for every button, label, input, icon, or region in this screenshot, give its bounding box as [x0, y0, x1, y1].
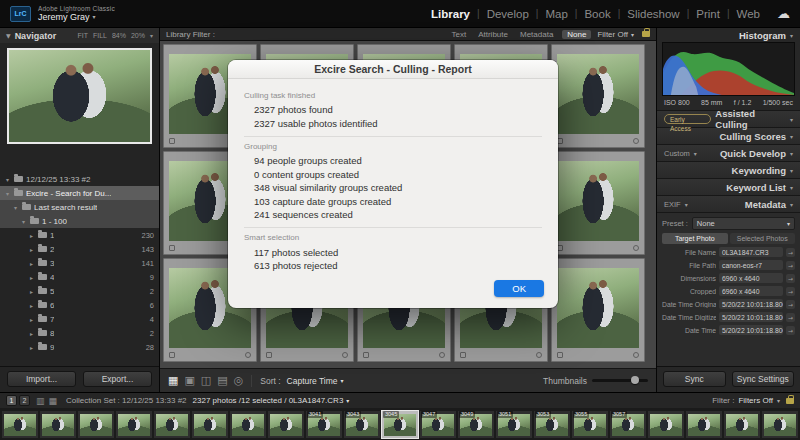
filmstrip-thumb[interactable]: 3049 [458, 411, 494, 438]
panel-header-keyword-list[interactable]: Keyword List▾ [657, 178, 800, 195]
tree-row[interactable]: ▸2143 [0, 242, 159, 256]
field-value[interactable]: 6960 x 4640 [719, 286, 783, 296]
filmstrip-thumb[interactable] [686, 411, 722, 438]
tree-row[interactable]: ▸74 [0, 312, 159, 326]
goto-arrow-icon[interactable]: → [786, 313, 795, 322]
sync-settings-button[interactable]: Sync Settings [732, 371, 795, 387]
tree-row[interactable]: ▸928 [0, 340, 159, 354]
breadcrumb[interactable]: Collection Set : 12/12/25 13:33 #2 [66, 396, 187, 405]
tree-caret-icon[interactable]: ▸ [28, 232, 35, 239]
zoom-fit[interactable]: FIT [77, 32, 88, 39]
sync-button[interactable]: Sync [663, 371, 726, 387]
field-value[interactable]: 6960 x 4640 [719, 273, 783, 283]
filmstrip-thumb[interactable] [268, 411, 304, 438]
tree-caret-icon[interactable]: ▸ [28, 288, 35, 295]
tree-caret-icon[interactable]: ▸ [28, 316, 35, 323]
filter-preset-dropdown[interactable]: Filter Off ▾ [597, 30, 634, 39]
zoom-percent[interactable]: 84% [112, 32, 126, 39]
field-value[interactable]: 5/20/22 10:01:18.800 [719, 325, 783, 335]
rotate-badge-icon[interactable] [439, 352, 445, 358]
goto-arrow-icon[interactable]: → [786, 326, 795, 335]
grid-photo-cell[interactable] [551, 151, 645, 255]
goto-arrow-icon[interactable]: → [786, 248, 795, 257]
field-value[interactable]: canon-eos-r7 [719, 260, 783, 270]
slider-knob[interactable] [631, 376, 639, 384]
target-photo-button[interactable]: Target Photo [662, 233, 728, 244]
panel-header-assisted-culling[interactable]: Early AccessAssisted Culling▾ [657, 110, 800, 127]
filmstrip-thumb[interactable]: 3055 [572, 411, 608, 438]
page-toggle-2[interactable]: 2 [19, 395, 30, 406]
flag-badge-icon[interactable] [169, 138, 175, 144]
cloud-sync-icon[interactable]: ☁ [777, 6, 790, 21]
tree-row[interactable]: ▾Excire - Search for Du... [0, 186, 159, 200]
primary-display-icon[interactable]: ▥ [36, 396, 45, 406]
goto-arrow-icon[interactable]: → [786, 287, 795, 296]
tree-caret-icon[interactable]: ▸ [28, 330, 35, 337]
preset-dropdown[interactable]: None ▾ [692, 217, 795, 230]
filmstrip-thumb[interactable]: 3045 [382, 411, 418, 438]
tree-row[interactable]: ▾12/12/25 13:33 #2 [0, 172, 159, 186]
tree-row[interactable]: ▾1 - 100 [0, 214, 159, 228]
goto-arrow-icon[interactable]: → [786, 274, 795, 283]
flag-badge-icon[interactable] [169, 352, 175, 358]
grid-photo-cell[interactable] [551, 258, 645, 362]
filmstrip-thumb[interactable]: 3043 [344, 411, 380, 438]
ok-button[interactable]: OK [494, 280, 544, 297]
filmstrip-thumb[interactable] [648, 411, 684, 438]
sort-dropdown[interactable]: Capture Time ▾ [287, 376, 344, 386]
tree-caret-icon[interactable]: ▾ [4, 176, 11, 183]
module-web[interactable]: Web [737, 8, 760, 20]
module-develop[interactable]: Develop [487, 8, 529, 20]
histogram-graph[interactable] [662, 42, 795, 96]
tree-row[interactable]: ▸1230 [0, 228, 159, 242]
loupe-view-icon[interactable]: ▣ [184, 375, 194, 386]
filmstrip-thumb[interactable]: 3057 [610, 411, 646, 438]
filmstrip-filter-lock-icon[interactable] [786, 398, 794, 404]
filmstrip-thumb[interactable] [40, 411, 76, 438]
rotate-badge-icon[interactable] [633, 245, 639, 251]
chevron-down-icon[interactable]: ▾ [150, 32, 153, 39]
goto-arrow-icon[interactable]: → [786, 261, 795, 270]
zoom-ratio[interactable]: 20% [131, 32, 145, 39]
rotate-badge-icon[interactable] [536, 352, 542, 358]
filter-option-attribute[interactable]: Attribute [475, 30, 511, 39]
module-print[interactable]: Print [696, 8, 720, 20]
export-button[interactable]: Export... [83, 371, 152, 387]
panel-left-label[interactable]: Custom [664, 149, 690, 158]
zoom-fill[interactable]: FILL [93, 32, 107, 39]
tree-caret-icon[interactable]: ▾ [20, 218, 27, 225]
module-book[interactable]: Book [584, 8, 610, 20]
tree-caret-icon[interactable]: ▾ [12, 204, 19, 211]
module-slideshow[interactable]: Slideshow [627, 8, 679, 20]
flag-badge-icon[interactable] [460, 352, 466, 358]
histogram-header[interactable]: Histogram ▾ [657, 28, 800, 42]
rotate-badge-icon[interactable] [245, 352, 251, 358]
filter-option-none[interactable]: None [562, 30, 591, 39]
import-button[interactable]: Import... [7, 371, 76, 387]
filmstrip-thumb[interactable] [2, 411, 38, 438]
panel-header-quick-develop[interactable]: Custom▾Quick Develop▾ [657, 144, 800, 161]
photo-info-dropdown[interactable]: 2327 photos /12 selected / 0L3A1847.CR3 … [193, 396, 350, 405]
thumbnail-size-slider[interactable] [592, 379, 648, 382]
tree-row[interactable]: ▸49 [0, 270, 159, 284]
panel-header-keywording[interactable]: Keywording▾ [657, 161, 800, 178]
filmstrip-thumb[interactable] [154, 411, 190, 438]
survey-view-icon[interactable]: ▤ [217, 375, 227, 386]
filmstrip-filter-value[interactable]: Filters Off [738, 396, 773, 405]
grid-photo-cell[interactable] [551, 44, 645, 148]
field-value[interactable]: 5/20/22 10:01:18.800 [719, 312, 783, 322]
tree-row[interactable]: ▸66 [0, 298, 159, 312]
account-menu[interactable]: Jeremy Gray ▾ [38, 12, 115, 22]
flag-badge-icon[interactable] [557, 352, 563, 358]
tree-caret-icon[interactable]: ▸ [28, 260, 35, 267]
grid-view-icon[interactable]: ▦ [168, 375, 178, 386]
compare-view-icon[interactable]: ◫ [201, 375, 211, 386]
goto-arrow-icon[interactable]: → [786, 300, 795, 309]
tree-caret-icon[interactable]: ▸ [28, 246, 35, 253]
filmstrip-thumb[interactable]: 3047 [420, 411, 456, 438]
flag-badge-icon[interactable] [169, 245, 175, 251]
tree-row[interactable]: ▸52 [0, 284, 159, 298]
tree-caret-icon[interactable]: ▾ [4, 190, 11, 197]
panel-header-metadata[interactable]: EXIF▾Metadata▾ [657, 195, 800, 212]
module-map[interactable]: Map [545, 8, 567, 20]
